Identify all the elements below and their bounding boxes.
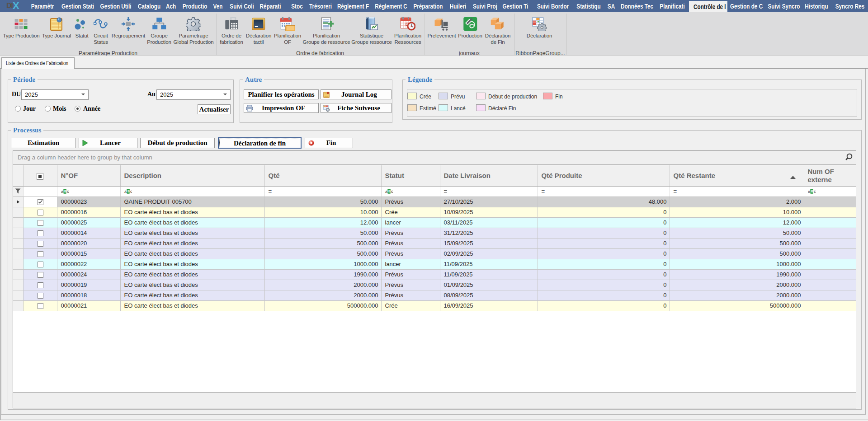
svg-text:B: B — [388, 190, 390, 193]
svg-text:C: C — [130, 190, 132, 193]
svg-text:C: C — [67, 190, 69, 193]
svg-text:B: B — [127, 190, 129, 193]
svg-text:A: A — [61, 190, 63, 193]
svg-text:C: C — [814, 190, 816, 193]
svg-text:C: C — [391, 190, 393, 193]
svg-text:B: B — [64, 190, 66, 193]
svg-text:A: A — [808, 190, 810, 193]
svg-text:B: B — [811, 190, 813, 193]
svg-text:A: A — [124, 190, 127, 193]
svg-text:A: A — [385, 190, 387, 193]
